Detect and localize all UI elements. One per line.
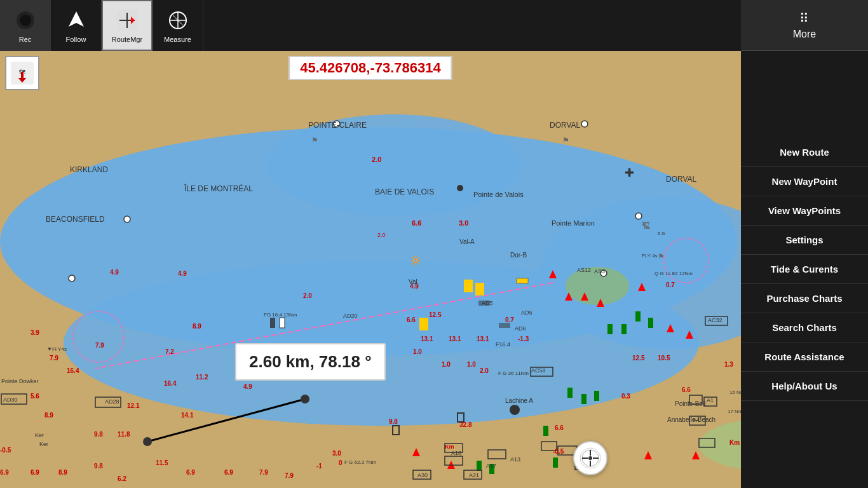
svg-rect-33 [477,461,482,471]
routemgr-button[interactable]: RouteMgr [102,0,153,51]
svg-rect-35 [464,280,473,292]
follow-button[interactable]: Follow [51,0,102,51]
svg-text:F16.4: F16.4 [496,341,510,348]
help-about-label: Help/About Us [771,381,837,391]
svg-rect-32 [553,458,558,468]
svg-text:Ker: Ker [39,441,48,447]
help-about-button[interactable]: Help/About Us [741,372,868,401]
new-route-label: New Route [780,147,829,158]
rec-label: Rec [19,36,32,43]
new-waypoint-label: New WayPoint [772,176,837,187]
svg-rect-36 [475,283,484,295]
svg-text:🏗: 🏗 [642,220,651,231]
svg-text:AD30: AD30 [3,396,18,403]
svg-rect-25 [621,324,627,334]
svg-text:✚: ✚ [625,166,634,179]
rec-button[interactable]: Rec [0,0,51,51]
svg-text:🔆: 🔆 [410,255,421,266]
view-waypoints-button[interactable]: View WayPoints [741,196,868,226]
settings-button[interactable]: Settings [741,226,868,255]
tide-currents-label: Tide & Curents [771,264,838,274]
map-container[interactable]: ✚ 🔆 ⚑ ⚑ ⚑ [0,0,741,488]
measure-button[interactable]: Measure [153,0,203,51]
svg-text:AS12: AS12 [577,267,591,273]
settings-label: Settings [785,234,823,245]
svg-text:FG 16.4 13Nm: FG 16.4 13Nm [264,312,297,318]
follow-label: Follow [66,36,86,43]
svg-text:⚑: ⚑ [658,252,665,261]
purchase-charts-button[interactable]: Purchase Charts [741,284,868,313]
svg-rect-26 [635,311,641,322]
svg-point-12 [143,437,152,446]
map-download-button[interactable]: 🗺 [5,56,39,90]
svg-text:AC58: AC58 [531,367,546,374]
more-button[interactable]: ⠿ More [741,0,868,51]
routemgr-icon [114,8,140,33]
search-charts-label: Search Charts [772,322,837,333]
svg-text:⚑: ⚑ [311,136,318,145]
svg-rect-28 [567,388,573,398]
right-menu: ⠿ More New Route New WayPoint View WayPo… [741,0,868,488]
svg-rect-55 [517,278,528,283]
more-label: More [793,29,816,40]
app: ✚ 🔆 ⚑ ⚑ ⚑ [0,0,868,488]
coordinates-value: 45.426708,-73.786314 [300,60,440,76]
route-assistance-label: Route Assistance [764,351,844,362]
search-charts-button[interactable]: Search Charts [741,313,868,342]
svg-rect-27 [648,318,653,328]
svg-point-45 [69,275,75,281]
svg-rect-37 [419,318,428,330]
more-icon: ⠿ [799,11,810,26]
svg-text:AD6: AD6 [515,325,526,332]
routemgr-label: RouteMgr [112,36,142,43]
compass-button[interactable] [573,441,607,475]
rec-icon [13,8,38,33]
svg-point-47 [635,213,642,219]
svg-point-11 [301,395,309,403]
purchase-charts-label: Purchase Charts [766,293,842,304]
svg-rect-57 [499,323,510,328]
measure-label: Measure [164,36,191,43]
svg-text:A1: A1 [707,397,714,403]
svg-rect-38 [270,318,275,328]
svg-text:FLY 4s: FLY 4s [642,253,658,259]
svg-text:A4: A4 [693,417,700,423]
svg-rect-39 [280,318,285,328]
distance-tooltip: 2.60 km, 78.18 ° [235,343,386,381]
map-canvas: ✚ 🔆 ⚑ ⚑ ⚑ [0,51,741,488]
toolbar: Rec Follow [0,0,741,51]
svg-text:AD28: AD28 [105,398,119,405]
svg-point-43 [581,121,588,127]
svg-text:6.6: 6.6 [658,231,665,236]
svg-text:AC32: AC32 [708,317,722,323]
svg-text:Q G 1s 82 12Nm: Q G 1s 82 12Nm [654,271,693,276]
svg-text:AD5: AD5 [482,300,493,306]
svg-text:AD5: AD5 [521,309,532,316]
svg-point-50 [510,405,520,415]
svg-text:17 Nm: 17 Nm [728,409,741,414]
svg-point-108 [20,15,31,26]
svg-point-2 [267,114,521,216]
svg-rect-30 [594,391,599,401]
svg-text:▼FI Y4s: ▼FI Y4s [47,346,67,352]
svg-rect-121 [21,72,24,79]
new-waypoint-button[interactable]: New WayPoint [741,167,868,196]
svg-text:F G 36 11Nm: F G 36 11Nm [498,370,529,376]
view-waypoints-label: View WayPoints [768,205,841,216]
svg-text:AD20: AD20 [343,313,358,319]
svg-rect-34 [489,464,494,474]
distance-value: 2.60 km, 78.18 ° [249,352,372,371]
route-assistance-button[interactable]: Route Assistance [741,342,868,372]
svg-point-124 [588,456,592,460]
svg-text:Km: Km [729,439,740,446]
svg-text:16 Nm: 16 Nm [729,390,741,395]
svg-point-42 [334,121,340,127]
svg-rect-24 [607,324,613,334]
measure-icon [165,8,191,33]
svg-text:F G 62.3 7Nm: F G 62.3 7Nm [344,459,377,465]
new-route-button[interactable]: New Route [741,138,868,167]
svg-rect-31 [543,426,548,436]
tide-currents-button[interactable]: Tide & Curents [741,255,868,284]
svg-point-44 [124,216,130,222]
svg-marker-109 [69,11,84,27]
